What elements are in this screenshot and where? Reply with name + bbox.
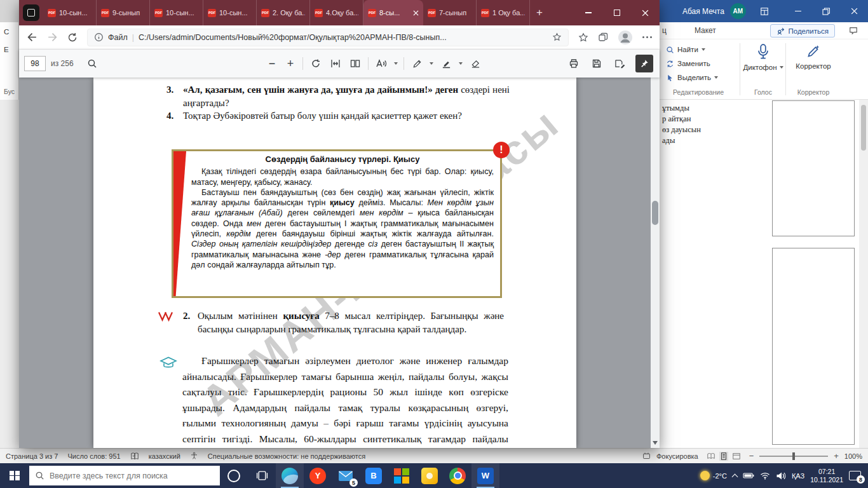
draw-button[interactable] <box>410 57 424 71</box>
highlight-button[interactable] <box>439 57 453 71</box>
browser-tab[interactable]: PDF7-сынып <box>423 0 477 25</box>
favorites-icon[interactable] <box>578 32 588 43</box>
collections-icon[interactable] <box>598 32 608 43</box>
browser-tab[interactable]: PDF2. Оқу ба... <box>257 0 310 25</box>
fit-width-button[interactable] <box>329 57 342 71</box>
taskbar-app-edge[interactable] <box>276 463 304 488</box>
focus-mode-button[interactable]: Фокусировка <box>656 452 698 460</box>
print-layout-button[interactable] <box>719 452 728 461</box>
edge-app-icon[interactable] <box>23 4 39 21</box>
refresh-button[interactable] <box>67 32 78 43</box>
volume-icon[interactable] <box>776 471 786 480</box>
ribbon-display-options-icon[interactable] <box>760 7 769 16</box>
rotate-button[interactable] <box>309 57 323 71</box>
read-aloud-icon[interactable] <box>374 57 388 71</box>
word-restore-button[interactable] <box>812 0 840 22</box>
ribbon-tab-layout[interactable]: Макет <box>695 26 716 35</box>
print-button[interactable] <box>567 57 581 71</box>
accessibility-icon[interactable] <box>190 452 198 460</box>
tray-expand-icon[interactable] <box>732 473 738 480</box>
save-as-button[interactable] <box>613 57 627 71</box>
share-button[interactable]: Поделиться <box>770 24 835 37</box>
new-tab-button[interactable]: + <box>536 6 543 19</box>
browser-tab-active[interactable]: PDF 8-сы... <box>363 0 423 25</box>
search-icon[interactable] <box>85 57 99 71</box>
word-user-avatar[interactable]: АМ <box>730 3 746 19</box>
word-close-button[interactable] <box>840 0 868 22</box>
status-accessibility[interactable]: Специальные возможности: не поддерживают… <box>208 452 365 460</box>
word-scrollbar[interactable] <box>859 100 868 448</box>
language-indicator[interactable]: ҚАЗ <box>792 472 804 480</box>
ribbon-tab-partial[interactable]: ц <box>662 26 667 35</box>
chevron-down-icon[interactable] <box>394 62 398 65</box>
pdf-scrollbar[interactable] <box>651 78 660 448</box>
taskbar-app-word[interactable]: W <box>471 463 499 488</box>
replace-button[interactable]: Заменить <box>662 57 722 71</box>
page-view-button[interactable] <box>348 57 362 71</box>
web-layout-button[interactable] <box>732 452 741 461</box>
search-input[interactable] <box>50 471 214 480</box>
forward-button[interactable] <box>47 32 58 43</box>
save-button[interactable] <box>590 57 604 71</box>
more-menu-button[interactable] <box>642 36 652 38</box>
window-maximize-button[interactable] <box>602 0 631 25</box>
spellcheck-icon[interactable] <box>130 452 139 461</box>
cortana-button[interactable] <box>220 463 248 488</box>
editor-button[interactable]: Корректор <box>788 43 839 70</box>
page-number-input[interactable] <box>24 56 46 71</box>
browser-tab[interactable]: PDF10-сын... <box>43 0 97 25</box>
wifi-icon[interactable] <box>760 471 770 480</box>
status-word-count[interactable]: Число слов: 951 <box>67 452 120 460</box>
zoom-slider[interactable] <box>759 456 828 457</box>
tab-close-icon[interactable] <box>413 10 419 16</box>
taskbar-search[interactable] <box>29 466 220 485</box>
comments-button[interactable] <box>849 26 858 35</box>
weather-widget[interactable]: -2°C <box>700 471 727 480</box>
clock[interactable]: 07:21 10.11.2021 <box>810 468 843 484</box>
taskbar-app-yandex[interactable]: Y <box>304 463 332 488</box>
browser-tab[interactable]: PDF10-сын... <box>150 0 203 25</box>
zoom-slider-thumb[interactable] <box>792 452 795 460</box>
taskbar-app-docs[interactable] <box>416 463 444 488</box>
zoom-out-button[interactable]: − <box>749 451 754 461</box>
url-text[interactable]: C:/Users/admin/Documents/Новый%20формат/… <box>139 33 548 42</box>
taskbar-app-mail[interactable]: 5 <box>332 463 360 488</box>
select-button[interactable]: Выделить <box>662 71 722 85</box>
zoom-percentage[interactable]: 100% <box>844 452 862 460</box>
focus-icon[interactable] <box>642 452 651 460</box>
window-close-button[interactable] <box>631 0 660 25</box>
page-info-icon[interactable] <box>94 32 104 42</box>
start-button[interactable] <box>0 463 29 488</box>
taskbar-app-vk[interactable]: B <box>360 463 388 488</box>
taskbar-app-chrome[interactable] <box>444 463 471 488</box>
read-mode-button[interactable] <box>707 452 715 461</box>
word-minimize-button[interactable] <box>784 0 812 22</box>
browser-tab[interactable]: PDF10-сын... <box>203 0 257 25</box>
pdf-scrollbar-thumb[interactable] <box>652 201 658 225</box>
task-view-button[interactable] <box>248 463 276 488</box>
back-button[interactable] <box>27 32 37 43</box>
browser-tab[interactable]: PDF4.Оқу ба... <box>310 0 363 25</box>
action-center-button[interactable]: 8 <box>849 471 861 480</box>
chevron-down-icon[interactable] <box>459 62 463 65</box>
zoom-in-button[interactable]: + <box>834 451 839 461</box>
chevron-down-icon[interactable] <box>430 62 433 65</box>
taskbar-app-store[interactable] <box>388 463 416 488</box>
status-language[interactable]: казахский <box>149 452 180 460</box>
profile-avatar[interactable] <box>618 30 633 45</box>
browser-tab[interactable]: PDF1 Оқу ба... <box>477 0 530 25</box>
scroll-down-icon[interactable] <box>653 441 658 445</box>
browser-tab[interactable]: PDF9-сынып <box>97 0 150 25</box>
find-button[interactable]: Найти <box>662 43 722 57</box>
zoom-out-button[interactable]: − <box>266 57 278 71</box>
add-favorite-icon[interactable] <box>552 32 562 42</box>
erase-button[interactable] <box>468 57 482 71</box>
zoom-in-button[interactable]: + <box>284 57 297 71</box>
status-page-number[interactable]: Страница 3 из 7 <box>6 452 58 460</box>
battery-icon[interactable] <box>743 472 754 479</box>
url-field[interactable]: Файл | C:/Users/admin/Documents/Новый%20… <box>87 29 569 46</box>
window-minimize-button[interactable] <box>574 0 602 25</box>
dictate-button[interactable]: Диктофон <box>742 43 784 71</box>
word-scrollbar-thumb[interactable] <box>861 105 866 151</box>
pin-toolbar-button[interactable] <box>635 55 653 72</box>
